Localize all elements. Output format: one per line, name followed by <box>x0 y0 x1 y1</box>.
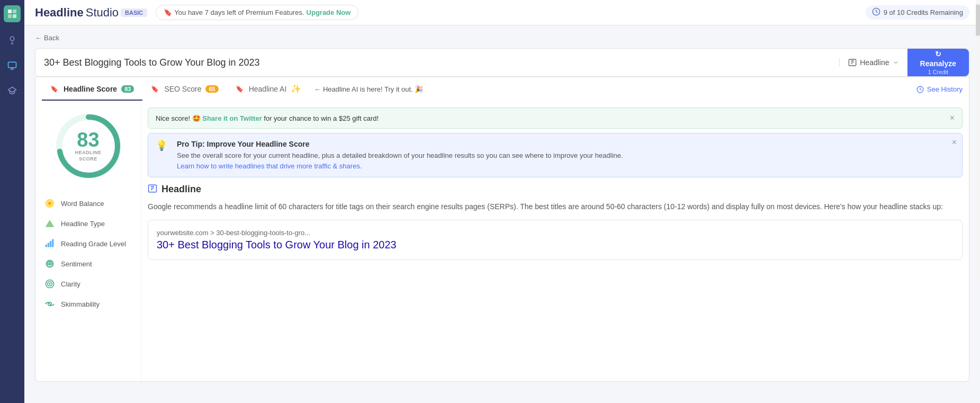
svg-point-26 <box>49 283 50 284</box>
metric-skimmability[interactable]: Skimmability <box>44 294 132 314</box>
headline-type-icon <box>44 218 56 229</box>
clarity-icon <box>44 278 56 290</box>
svg-marker-16 <box>46 220 55 227</box>
alert-green-close[interactable]: × <box>950 113 955 123</box>
svg-point-22 <box>48 262 49 263</box>
alert-pro-link[interactable]: Learn how to write headlines that drive … <box>177 162 362 170</box>
upgrade-link[interactable]: Upgrade Now <box>307 8 351 16</box>
content-body: 83 HEADLINESCORE Wor <box>35 101 969 382</box>
headline-section-header: Headline <box>148 184 963 195</box>
svg-rect-2 <box>8 14 12 18</box>
tab-seo-label: SEO Score <box>164 85 201 93</box>
score-sidebar: 83 HEADLINESCORE Wor <box>35 101 141 381</box>
svg-rect-0 <box>8 10 12 13</box>
alert-pro-body: See the overall score for your current h… <box>177 150 623 161</box>
sidebar-icon-chart[interactable] <box>5 58 20 73</box>
bookmark-icon-ai: 🔖 <box>236 85 244 93</box>
serp-preview: yourwebsite.com > 30-best-blogging-tools… <box>148 220 963 260</box>
bookmark-icon-seo: 🔖 <box>151 85 159 93</box>
metric-word-balance[interactable]: Word Balance <box>44 193 132 213</box>
bookmark-icon: 🔖 <box>164 8 172 16</box>
page-area: ← Back Headline ↻ Reanalyze <box>24 25 980 403</box>
serp-url: yourwebsite.com > 30-best-blogging-tools… <box>157 229 954 237</box>
promo-banner: 🔖 You have 7 days left of Premium Featur… <box>156 5 358 20</box>
metric-reading-grade[interactable]: Reading Grade Level <box>44 234 132 254</box>
svg-rect-1 <box>13 10 16 13</box>
reading-grade-label: Reading Grade Level <box>61 240 126 248</box>
serp-title[interactable]: 30+ Best Blogging Tools to Grow Your Blo… <box>157 239 397 250</box>
tabs-bar: 🔖 Headline Score 83 🔖 SEO Score 65 🔖 Hea… <box>35 77 969 101</box>
metric-clarity[interactable]: Clarity <box>44 274 132 294</box>
brand-headline: Headline <box>35 6 84 20</box>
score-circle: 83 HEADLINESCORE <box>54 112 123 181</box>
svg-point-21 <box>46 260 54 268</box>
alert-green-text: Nice score! 🤩 Share it on Twitter for yo… <box>156 114 379 122</box>
metric-headline-type[interactable]: Headline Type <box>44 213 132 234</box>
seo-score-badge: 65 <box>205 85 218 93</box>
word-balance-label: Word Balance <box>61 200 104 208</box>
promo-text: You have 7 days left of Premium Features… <box>174 8 304 16</box>
headline-section-icon <box>148 184 157 195</box>
back-label: Back <box>44 34 59 42</box>
alert-pro-close[interactable]: × <box>952 138 957 147</box>
headline-input-bar: Headline ↻ Reanalyze 1 Credit <box>35 48 969 77</box>
reanalyze-icon: ↻ <box>935 49 941 59</box>
see-history-button[interactable]: See History <box>916 85 963 93</box>
headline-type-label: Headline Type <box>61 220 105 228</box>
sentiment-label: Sentiment <box>61 260 92 268</box>
lightbulb-icon: 💡 <box>156 140 167 171</box>
brand: HeadlineStudio BASIC <box>35 6 147 20</box>
tab-seo-score[interactable]: 🔖 SEO Score 65 <box>142 78 227 101</box>
sidebar-icon-bulb[interactable] <box>5 33 20 48</box>
logo[interactable] <box>4 5 21 22</box>
back-link[interactable]: ← Back <box>35 34 969 42</box>
tab-ai-label: Headline AI <box>249 85 287 93</box>
svg-rect-17 <box>46 245 47 247</box>
alert-pro-content: 💡 Pro Tip: Improve Your Headline Score S… <box>156 140 955 171</box>
svg-point-4 <box>10 37 14 41</box>
badge-basic: BASIC <box>121 8 147 17</box>
alert-pro-title: Pro Tip: Improve Your Headline Score <box>177 140 623 148</box>
reanalyze-sub: 1 Credit <box>928 68 948 76</box>
alert-green: Nice score! 🤩 Share it on Twitter for yo… <box>148 108 963 129</box>
skimmability-label: Skimmability <box>61 300 100 308</box>
credits-info: 9 of 10 Credits Remaining <box>866 5 969 20</box>
headline-section-title: Headline <box>161 184 201 195</box>
headline-section: Headline Google recommends a headline li… <box>148 184 963 260</box>
main-panel: Nice score! 🤩 Share it on Twitter for yo… <box>141 101 969 381</box>
ai-message: ← Headline AI is here! Try it out. 🎉 <box>314 85 423 93</box>
headline-type-select[interactable]: Headline <box>839 58 907 67</box>
brand-studio: Studio <box>86 6 119 20</box>
metric-sentiment[interactable]: Sentiment <box>44 254 132 274</box>
see-history-label: See History <box>927 85 963 93</box>
tab-headline-score[interactable]: 🔖 Headline Score 83 <box>42 78 142 101</box>
headline-score-badge: 83 <box>121 85 134 93</box>
score-number: 83 <box>75 130 101 150</box>
type-label: Headline <box>860 58 889 67</box>
ai-sparkle-icon: ✨ <box>291 84 301 94</box>
reanalyze-button[interactable]: ↻ Reanalyze 1 Credit <box>907 49 969 76</box>
tab-headline-score-label: Headline Score <box>64 85 117 93</box>
header-left: HeadlineStudio BASIC 🔖 You have 7 days l… <box>35 5 358 20</box>
headline-input[interactable] <box>35 50 839 76</box>
tab-headline-ai[interactable]: 🔖 Headline AI ✨ <box>227 77 310 101</box>
headline-desc: Google recommends a headline limit of 60… <box>148 201 963 212</box>
bookmark-icon-tab: 🔖 <box>50 85 58 93</box>
twitter-link[interactable]: Share it on Twitter <box>202 114 262 122</box>
sidebar <box>0 0 24 403</box>
svg-rect-3 <box>13 14 16 18</box>
score-circle-container: 83 HEADLINESCORE <box>44 112 132 181</box>
credits-icon <box>872 7 880 17</box>
credits-text: 9 of 10 Credits Remaining <box>884 8 963 16</box>
back-arrow: ← <box>35 34 42 42</box>
svg-rect-18 <box>48 243 49 247</box>
score-label: HEADLINESCORE <box>75 150 101 162</box>
main-content: HeadlineStudio BASIC 🔖 You have 7 days l… <box>24 0 980 403</box>
sentiment-icon <box>44 258 56 270</box>
skimmability-icon <box>44 298 56 310</box>
reanalyze-label: Reanalyze <box>920 59 956 68</box>
svg-rect-20 <box>52 239 53 247</box>
svg-rect-5 <box>8 62 16 68</box>
reading-grade-icon <box>44 238 56 249</box>
sidebar-icon-graduation[interactable] <box>5 84 20 98</box>
